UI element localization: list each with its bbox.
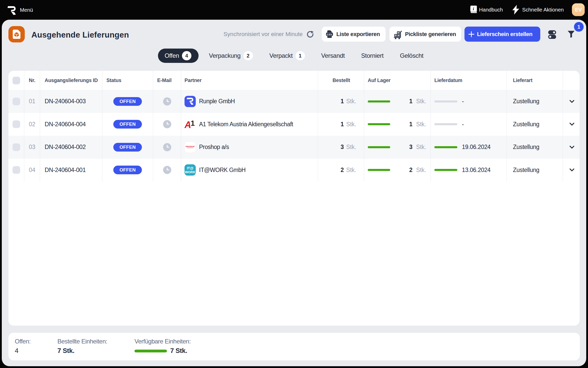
svg-text:PROSHOP: PROSHOP bbox=[186, 145, 195, 147]
svg-text:A: A bbox=[185, 120, 191, 130]
svg-text:i: i bbox=[473, 6, 474, 11]
svg-text:IT@: IT@ bbox=[187, 166, 193, 170]
svg-text:CSV: CSV bbox=[327, 33, 332, 36]
svg-text:WORK: WORK bbox=[185, 170, 195, 174]
svg-text:1: 1 bbox=[191, 119, 195, 127]
